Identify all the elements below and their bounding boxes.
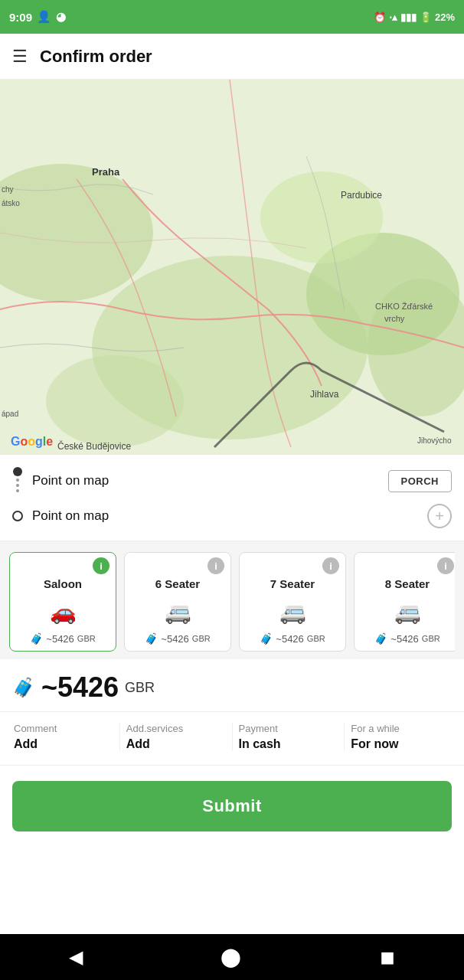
status-right: ⏰ ⋅▴ ▮▮▮ 🔋 22% — [374, 11, 455, 23]
bottom-spacer — [0, 844, 464, 897]
option-forwhile-label: For a while — [351, 723, 400, 734]
option-comment-value: Add — [14, 737, 38, 751]
option-comment-label: Comment — [14, 723, 57, 734]
top-bar: ☰ Confirm order — [0, 34, 464, 80]
svg-text:Jihlava: Jihlava — [310, 389, 339, 400]
svg-text:vrchy: vrchy — [384, 314, 405, 323]
to-location-text: Point on map — [32, 508, 109, 524]
vehicle-info-icon-7seater[interactable]: i — [322, 557, 339, 574]
location-section: Point on map PORCH Point on map + — [0, 455, 464, 541]
price-value: ~5426 — [41, 671, 119, 704]
luggage-icon-6seater: 🧳 — [145, 632, 158, 645]
to-location-left: Point on map — [12, 508, 109, 524]
vehicle-info-icon-6seater[interactable]: i — [207, 557, 224, 574]
vehicle-icon-8seater: 🚐 — [394, 599, 421, 625]
radio-icon: ◕ — [56, 10, 66, 24]
submit-section: Submit — [0, 766, 464, 844]
vehicle-section: i Saloon 🚗 🧳 ~5426GBR i 6 Seater 🚐 🧳 ~54… — [0, 541, 464, 659]
vehicle-card-7seater[interactable]: i 7 Seater 🚐 🧳 ~5426GBR — [239, 552, 346, 652]
from-location-left: Point on map — [12, 467, 109, 495]
svg-text:Jihovýcho: Jihovýcho — [417, 436, 452, 445]
hamburger-menu[interactable]: ☰ — [12, 47, 28, 67]
svg-text:Pardubice: Pardubice — [341, 190, 382, 201]
option-services-value: Add — [126, 737, 150, 751]
map-svg: Praha Pardubice Jihlava CHKO Žďárské vrc… — [0, 80, 464, 455]
svg-text:Google: Google — [11, 435, 53, 448]
price-currency: GBR — [125, 680, 155, 696]
signal-icon: ▮▮▮ — [400, 11, 417, 23]
vehicle-name-7seater: 7 Seater — [270, 577, 315, 590]
option-for-while[interactable]: For a while For now — [345, 723, 456, 751]
svg-text:CHKO Žďárské: CHKO Žďárské — [375, 302, 433, 311]
porch-button[interactable]: PORCH — [388, 470, 452, 492]
vehicle-card-saloon[interactable]: i Saloon 🚗 🧳 ~5426GBR — [9, 552, 116, 652]
vehicle-name-saloon: Saloon — [44, 577, 82, 590]
connector-dot-1 — [16, 479, 19, 482]
contacts-icon: 👤 — [37, 10, 51, 24]
option-services-label: Add.services — [126, 723, 183, 734]
svg-text:chy: chy — [2, 185, 14, 194]
vehicle-price-8seater: 🧳 ~5426GBR — [374, 632, 439, 645]
vehicle-card-8seater[interactable]: i 8 Seater 🚐 🧳 ~5426GBR — [354, 552, 455, 652]
submit-button[interactable]: Submit — [12, 781, 452, 831]
vehicle-price-saloon: 🧳 ~5426GBR — [30, 632, 95, 645]
luggage-icon-7seater: 🧳 — [260, 632, 273, 645]
status-bar: 9:09 👤 ◕ ⏰ ⋅▴ ▮▮▮ 🔋 22% — [0, 0, 464, 34]
vehicle-price-6seater: 🧳 ~5426GBR — [145, 632, 210, 645]
svg-text:Praha: Praha — [92, 166, 120, 178]
svg-text:átsko: átsko — [2, 199, 20, 207]
to-location-row[interactable]: Point on map + — [12, 499, 452, 533]
alarm-icon: ⏰ — [374, 11, 386, 23]
svg-point-5 — [260, 172, 383, 263]
vehicle-name-8seater: 8 Seater — [385, 577, 430, 590]
bottom-nav: ◀ ⬤ ◼ — [0, 934, 464, 980]
vehicle-icon-6seater: 🚐 — [165, 599, 191, 625]
vehicle-name-6seater: 6 Seater — [155, 577, 200, 590]
battery-percent: 22% — [435, 11, 455, 23]
connector-dot-3 — [16, 489, 19, 492]
map-container[interactable]: Praha Pardubice Jihlava CHKO Žďárské vrc… — [0, 80, 464, 455]
option-payment[interactable]: Payment In cash — [233, 723, 345, 751]
page-title: Confirm order — [40, 47, 152, 67]
status-time: 9:09 — [9, 11, 32, 24]
home-button[interactable]: ⬤ — [221, 946, 241, 968]
status-left: 9:09 👤 ◕ — [9, 10, 66, 24]
option-payment-label: Payment — [239, 723, 278, 734]
from-location-row[interactable]: Point on map PORCH — [12, 462, 452, 499]
battery-icon: 🔋 — [420, 11, 432, 23]
vehicle-price-7seater: 🧳 ~5426GBR — [260, 632, 325, 645]
back-button[interactable]: ◀ — [69, 946, 83, 968]
from-location-text: Point on map — [32, 473, 109, 488]
price-display: 🧳 ~5426 GBR — [0, 659, 464, 712]
option-comment[interactable]: Comment Add — [8, 723, 120, 751]
option-payment-value: In cash — [239, 737, 281, 751]
luggage-icon-8seater: 🧳 — [374, 632, 387, 645]
price-luggage-icon: 🧳 — [12, 677, 35, 698]
vehicle-info-icon-8seater[interactable]: i — [437, 557, 454, 574]
option-forwhile-value: For now — [351, 737, 398, 751]
connector-dot-2 — [16, 484, 19, 487]
svg-text:České Budějovice: České Budějovice — [57, 440, 131, 452]
vehicle-info-icon-saloon[interactable]: i — [93, 557, 109, 574]
options-row: Comment Add Add.services Add Payment In … — [0, 712, 464, 766]
wifi-icon: ⋅▴ — [389, 11, 397, 23]
luggage-icon-saloon: 🧳 — [30, 632, 43, 645]
option-add-services[interactable]: Add.services Add — [120, 723, 233, 751]
add-location-button[interactable]: + — [427, 504, 452, 528]
vehicle-icon-7seater: 🚐 — [279, 599, 306, 625]
svg-text:ápad: ápad — [2, 410, 18, 418]
vehicle-scroll[interactable]: i Saloon 🚗 🧳 ~5426GBR i 6 Seater 🚐 🧳 ~54… — [9, 552, 455, 652]
vehicle-card-6seater[interactable]: i 6 Seater 🚐 🧳 ~5426GBR — [124, 552, 231, 652]
from-dot — [13, 467, 22, 476]
recent-button[interactable]: ◼ — [380, 946, 395, 968]
to-dot — [12, 511, 23, 521]
vehicle-icon-saloon: 🚗 — [50, 599, 77, 625]
